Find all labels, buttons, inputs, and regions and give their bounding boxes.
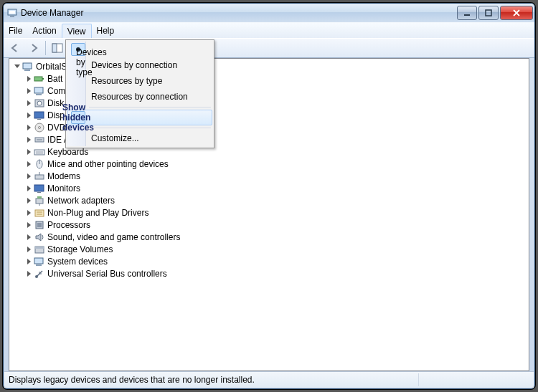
svg-rect-2 (10, 16, 14, 17)
titlebar[interactable]: Device Manager (4, 4, 534, 22)
expander-icon[interactable] (25, 161, 32, 168)
expander-icon[interactable] (25, 75, 32, 82)
tree-node[interactable]: Processors (9, 219, 529, 231)
svg-rect-3 (464, 14, 470, 16)
tree-label: Network adapters (47, 196, 115, 206)
menu-item-label: Customize... (91, 133, 139, 143)
expander-icon[interactable] (25, 87, 32, 95)
svg-rect-20 (37, 119, 41, 120)
expander-icon[interactable] (25, 173, 32, 180)
legacy-icon (34, 207, 45, 219)
expander-icon[interactable] (25, 136, 32, 143)
svg-rect-36 (35, 210, 44, 216)
title-text: Device Manager (21, 8, 457, 18)
tree-label: Universal Serial Bus controllers (47, 269, 167, 279)
expander-icon[interactable] (25, 234, 32, 241)
radio-marker-icon: Devices by type (71, 43, 85, 56)
system-icon (34, 256, 45, 267)
display-icon (34, 110, 45, 121)
tree-label: Sound, video and game controllers (47, 232, 180, 242)
menu-item-label: Devices by connection (91, 60, 177, 70)
toolbar-separator (45, 41, 46, 55)
menu-file[interactable]: File (4, 23, 27, 38)
menu-action[interactable]: Action (27, 23, 61, 38)
tree-node[interactable]: Network adapters (9, 194, 529, 206)
window-buttons (457, 6, 533, 20)
tree-node[interactable]: Monitors (9, 182, 529, 194)
svg-rect-4 (486, 10, 491, 16)
mouse-icon (34, 158, 45, 170)
svg-rect-11 (23, 63, 32, 69)
menubar: File Action View Help (4, 22, 534, 38)
usb-icon (34, 268, 45, 279)
cpu-icon (34, 219, 45, 231)
close-button[interactable] (500, 6, 533, 20)
svg-rect-42 (35, 247, 44, 249)
menu-item[interactable]: Devices by connection (67, 57, 212, 73)
tree-label: Mice and other pointing devices (47, 159, 169, 169)
minimize-button[interactable] (457, 6, 477, 20)
menu-separator (89, 107, 211, 107)
svg-rect-40 (37, 223, 42, 227)
view-menu-dropdown[interactable]: Devices by typeDevices by connectionReso… (65, 39, 214, 148)
network-icon (34, 195, 45, 206)
expander-icon[interactable] (25, 246, 32, 253)
maximize-button[interactable] (478, 6, 499, 20)
tree-node[interactable]: Storage Volumes (9, 243, 529, 255)
expander-icon[interactable] (25, 209, 32, 216)
svg-rect-13 (34, 77, 42, 81)
computer-icon (22, 61, 34, 72)
status-text: Displays legacy devices and devices that… (9, 375, 415, 385)
menu-help[interactable]: Help (92, 23, 120, 38)
expander-icon[interactable] (25, 197, 32, 204)
svg-rect-34 (37, 196, 42, 199)
svg-rect-43 (34, 258, 43, 264)
expander-icon[interactable] (25, 258, 32, 265)
device-manager-window: Device Manager File Action View Help Orb… (3, 3, 535, 389)
menu-item[interactable]: Show hidden devices (67, 110, 212, 125)
disk-icon (34, 97, 45, 109)
menu-item[interactable]: Resources by type (67, 73, 212, 89)
svg-rect-19 (34, 112, 44, 118)
svg-rect-16 (36, 94, 42, 95)
svg-point-22 (39, 126, 41, 128)
tree-node[interactable]: Universal Serial Bus controllers (9, 267, 529, 279)
back-button[interactable] (6, 39, 24, 57)
menu-view[interactable]: View (62, 24, 92, 38)
ide-icon (34, 134, 45, 145)
svg-rect-6 (52, 44, 57, 52)
battery-icon (34, 73, 45, 85)
app-icon (6, 7, 18, 19)
expander-icon[interactable] (25, 100, 32, 107)
tree-node[interactable]: Mice and other pointing devices (9, 158, 529, 170)
tree-label: Non-Plug and Play Drivers (47, 208, 148, 218)
expander-icon[interactable] (25, 185, 32, 192)
show-hide-console-button[interactable] (49, 39, 66, 57)
tree-label: Processors (47, 220, 90, 230)
tree-node[interactable]: Modems (9, 170, 529, 182)
svg-rect-44 (36, 264, 42, 266)
svg-rect-31 (34, 185, 44, 191)
storage-icon (34, 244, 45, 255)
expander-icon[interactable] (25, 270, 32, 277)
menu-item-label: Resources by type (91, 76, 162, 86)
tree-label: Disk (47, 98, 64, 108)
expander-icon[interactable] (14, 63, 21, 70)
tree-node[interactable]: Sound, video and game controllers (9, 231, 529, 243)
tree-label: System devices (47, 257, 108, 267)
statusbar: Displays legacy devices and devices that… (4, 371, 534, 388)
tree-label: Com (47, 86, 65, 96)
tree-node[interactable]: Non-Plug and Play Drivers (9, 206, 529, 219)
tree-node[interactable]: System devices (9, 255, 529, 267)
forward-button[interactable] (25, 39, 42, 57)
expander-icon[interactable] (25, 148, 32, 156)
svg-rect-12 (24, 70, 30, 71)
expander-icon[interactable] (25, 221, 32, 229)
tree-label: Modems (47, 171, 80, 181)
dvd-icon (34, 122, 45, 133)
menu-item[interactable]: Customize... (67, 130, 212, 146)
modem-icon (34, 171, 45, 182)
expander-icon[interactable] (25, 112, 32, 119)
menu-item[interactable]: Devices by type (67, 42, 212, 57)
expander-icon[interactable] (25, 124, 32, 131)
